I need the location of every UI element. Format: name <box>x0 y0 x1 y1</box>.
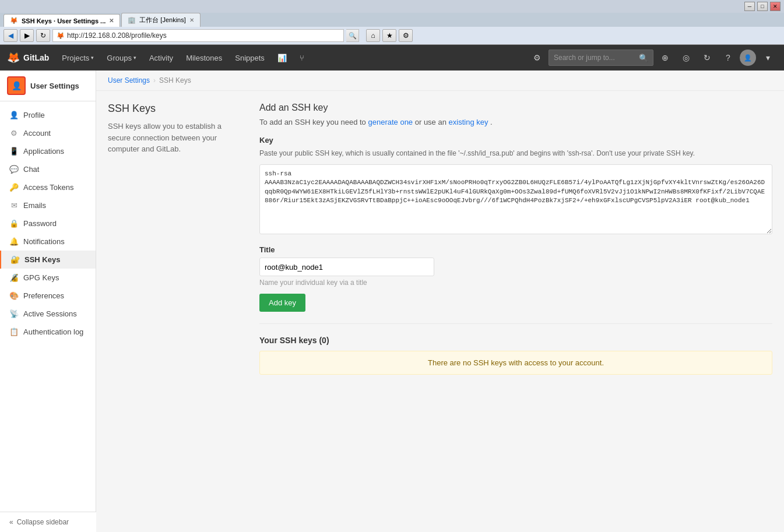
password-icon: 🔒 <box>9 219 19 228</box>
section-divider <box>259 323 772 324</box>
sidebar-item-gpg-keys[interactable]: 🔏 GPG Keys <box>0 269 96 287</box>
user-avatar[interactable]: 👤 <box>740 50 756 66</box>
key-label: Key <box>259 136 772 145</box>
collapse-label: Collapse sidebar <box>17 518 69 521</box>
sidebar-nav: 👤 Profile ⚙ Account 📱 Applications 💬 Cha… <box>0 101 96 346</box>
home-button[interactable]: ⌂ <box>366 29 380 42</box>
groups-label: Groups <box>107 54 132 62</box>
gpg-keys-label: GPG Keys <box>23 273 59 282</box>
chat-icon: 💬 <box>9 165 19 174</box>
graph-icon: 📊 <box>277 54 287 62</box>
sidebar-title: User Settings <box>30 82 79 90</box>
fork-icon-menu[interactable]: ⑂ <box>294 45 310 71</box>
sidebar-item-account[interactable]: ⚙ Account <box>0 124 96 142</box>
maximize-button[interactable]: □ <box>757 2 768 11</box>
refresh-button[interactable]: ↻ <box>36 29 50 42</box>
inactive-tab[interactable]: 🏢 工作台 [Jenkins] ✕ <box>121 13 200 27</box>
snippets-menu[interactable]: Snippets <box>229 45 270 71</box>
sidebar-item-active-sessions[interactable]: 📡 Active Sessions <box>0 305 96 323</box>
intro-or: or use an <box>415 118 449 126</box>
milestones-label: Milestones <box>186 54 222 62</box>
profile-label: Profile <box>23 111 45 119</box>
ssh-keys-label: SSH Keys <box>24 255 60 264</box>
settings-nav-button[interactable]: ⚙ <box>399 29 413 42</box>
generate-link[interactable]: generate one <box>368 118 413 126</box>
active-tab-label: SSH Keys · User Settings ... <box>22 17 106 24</box>
sidebar-item-emails[interactable]: ✉ Emails <box>0 196 96 214</box>
sidebar-item-applications[interactable]: 📱 Applications <box>0 142 96 160</box>
groups-menu[interactable]: Groups ▾ <box>101 45 142 71</box>
applications-label: Applications <box>23 147 64 156</box>
content-left: SSH Keys SSH keys allow you to establish… <box>108 103 236 375</box>
add-ssh-key-section: Add an SSH key To add an SSH key you nee… <box>259 103 772 312</box>
caret-user-menu[interactable]: ▾ <box>758 48 777 67</box>
help-button[interactable]: ? <box>719 48 737 67</box>
sidebar-item-access-tokens[interactable]: 🔑 Access Tokens <box>0 178 96 196</box>
sidebar-item-authentication-log[interactable]: 📋 Authentication log <box>0 323 96 341</box>
sidebar-header: 👤 User Settings <box>0 71 96 101</box>
sidebar-item-notifications[interactable]: 🔔 Notifications <box>0 232 96 251</box>
access-tokens-icon: 🔑 <box>9 183 19 192</box>
title-section: Title Name your individual key via a tit… <box>259 245 772 287</box>
activity-menu[interactable]: Activity <box>143 45 179 71</box>
password-label: Password <box>23 219 57 228</box>
existing-key-link[interactable]: existing key <box>449 118 488 126</box>
page-description: SSH keys allow you to establish a secure… <box>108 121 236 155</box>
search-icon: 🔍 <box>639 54 648 62</box>
title-hint: Name your individual key via a title <box>259 279 772 287</box>
header-actions: ⚙ 🔍 ⊕ ◎ ↻ ? 👤 ▾ <box>528 48 777 67</box>
bookmark-button[interactable]: ★ <box>382 29 396 42</box>
close-button[interactable]: ✕ <box>770 2 781 11</box>
gitlab-logo-icon: 🦊 <box>7 51 20 64</box>
breadcrumb-parent-link[interactable]: User Settings <box>108 76 150 84</box>
add-section-intro: To add an SSH key you need to generate o… <box>259 118 772 126</box>
merge-requests-button[interactable]: ⊕ <box>656 48 674 67</box>
active-tab[interactable]: 🦊 SSH Keys · User Settings ... ✕ <box>3 14 120 27</box>
tab2-close-button[interactable]: ✕ <box>189 17 194 23</box>
your-ssh-keys-section: Your SSH keys (0) There are no SSH keys … <box>259 336 772 375</box>
graph-icon-menu[interactable]: 📊 <box>272 45 293 71</box>
collapse-sidebar-button[interactable]: « Collapse sidebar <box>0 512 96 521</box>
notifications-label: Notifications <box>23 237 65 246</box>
sidebar-item-preferences[interactable]: 🎨 Preferences <box>0 287 96 305</box>
title-label: Title <box>259 245 772 254</box>
chat-label: Chat <box>23 165 39 174</box>
issues-button[interactable]: ◎ <box>677 48 695 67</box>
gitlab-logo[interactable]: 🦊 GitLab <box>7 51 49 64</box>
search-addon[interactable]: 🔍 <box>346 29 359 42</box>
sidebar-item-password[interactable]: 🔒 Password <box>0 214 96 232</box>
search-input[interactable] <box>554 54 635 62</box>
snippets-label: Snippets <box>235 54 265 62</box>
authentication-log-label: Authentication log <box>23 327 83 336</box>
minimize-button[interactable]: ─ <box>744 2 755 11</box>
profile-icon: 👤 <box>9 111 19 119</box>
sidebar: 👤 User Settings 👤 Profile ⚙ Account 📱 Ap… <box>0 71 96 521</box>
preferences-label: Preferences <box>23 291 64 300</box>
back-button[interactable]: ◀ <box>3 29 17 42</box>
browser-chrome: ─ □ ✕ 🦊 SSH Keys · User Settings ... ✕ 🏢… <box>0 0 784 45</box>
forward-button[interactable]: ▶ <box>20 29 34 42</box>
sidebar-item-profile[interactable]: 👤 Profile <box>0 106 96 124</box>
tab-favicon: 🦊 <box>10 17 18 24</box>
settings-header-button[interactable]: ⚙ <box>528 48 546 67</box>
title-input[interactable] <box>259 258 434 276</box>
sidebar-item-chat[interactable]: 💬 Chat <box>0 160 96 178</box>
ssh-key-textarea[interactable]: ssh-rsa AAAAB3NzaC1yc2EAAAADAQABAAABAQDZ… <box>259 164 772 234</box>
gpg-keys-icon: 🔏 <box>9 273 19 282</box>
add-key-button[interactable]: Add key <box>259 294 305 312</box>
user-settings-icon: 👤 <box>7 76 26 95</box>
main-nav: Projects ▾ Groups ▾ Activity Milestones … <box>56 45 310 71</box>
refresh-header-button[interactable]: ↻ <box>698 48 716 67</box>
browser-nav: ◀ ▶ ↻ 🦊 http://192.168.0.208/profile/key… <box>0 27 784 44</box>
search-bar[interactable]: 🔍 <box>549 50 653 66</box>
empty-state-message: There are no SSH keys with access to you… <box>259 351 772 375</box>
breadcrumb: User Settings › SSH Keys <box>96 71 784 91</box>
address-text: http://192.168.0.208/profile/keys <box>67 31 340 40</box>
projects-menu[interactable]: Projects ▾ <box>56 45 100 71</box>
emails-label: Emails <box>23 201 46 210</box>
sidebar-item-ssh-keys[interactable]: 🔐 SSH Keys <box>0 251 96 269</box>
tab-close-button[interactable]: ✕ <box>109 17 114 24</box>
milestones-menu[interactable]: Milestones <box>180 45 228 71</box>
content-body: SSH Keys SSH keys allow you to establish… <box>96 91 784 386</box>
gitlab-logo-text: GitLab <box>23 53 49 62</box>
